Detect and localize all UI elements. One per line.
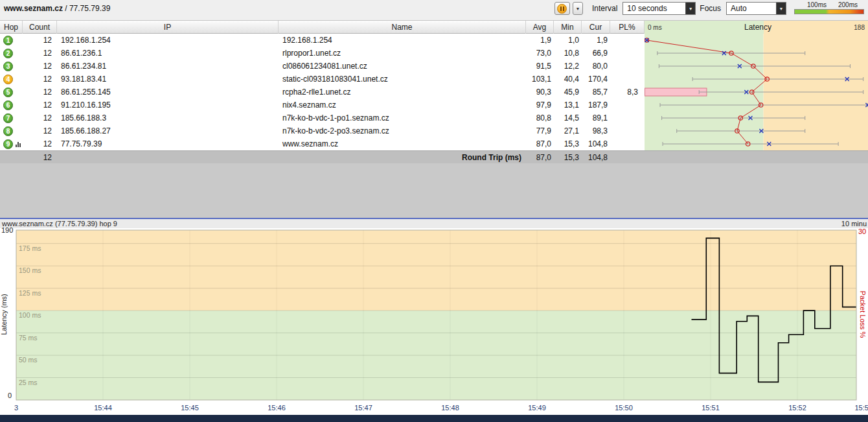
rt-ip-cell [57, 151, 279, 163]
x-tick-label: 15:50 [615, 404, 633, 412]
rt-pl-cell [610, 151, 645, 163]
hop-cell: 1 [0, 34, 23, 47]
min-cell: 40,4 [554, 73, 582, 86]
ip-cell: 86.61.236.1 [57, 47, 279, 60]
col-header-name: Name [279, 21, 526, 34]
min-cell: 27,1 [554, 124, 582, 137]
name-cell: rcpha2-rlle1.unet.cz [279, 86, 526, 99]
table-row[interactable]: 61291.210.16.195nix4.seznam.cz97,913,118… [0, 99, 868, 111]
pl-cell [610, 34, 645, 47]
chevron-down-icon: ▼ [575, 6, 580, 11]
name-cell: static-cl093181083041.unet.cz [279, 73, 526, 86]
cur-cell: 66,9 [582, 47, 610, 60]
ip-cell: 185.66.188.3 [57, 111, 279, 124]
x-tick-label: 15:47 [354, 404, 372, 412]
table-row[interactable]: 91277.75.79.39www.seznam.cz87,015,3104,8 [0, 137, 868, 150]
count-cell: 12 [23, 124, 57, 137]
table-row[interactable]: 21286.61.236.1rlpropor1.unet.cz73,010,86… [0, 47, 868, 60]
target-title: www.seznam.cz / 77.75.79.39 [4, 3, 110, 14]
x-tick-label: 15:45 [181, 404, 199, 412]
hop-badge: 7 [3, 113, 13, 123]
interval-label: Interval [592, 2, 617, 15]
rt-avg-cell: 87,0 [526, 151, 554, 163]
cur-cell: 89,1 [582, 111, 610, 124]
ip-cell: 192.168.1.254 [57, 34, 279, 47]
avg-cell: 80,8 [526, 111, 554, 124]
table-row[interactable]: 51286.61.255.145rcpha2-rlle1.unet.cz90,3… [0, 86, 868, 99]
focus-value: Auto [727, 3, 776, 14]
latency-color-legend: 100ms 200ms [794, 2, 865, 16]
count-cell: 12 [23, 60, 57, 73]
name-cell: n7k-ko-b-vdc-2-po3.seznam.cz [279, 124, 526, 137]
cur-cell: 80,0 [582, 60, 610, 73]
ip-cell: 91.210.16.195 [57, 99, 279, 111]
table-row[interactable]: 112192.168.1.254192.168.1.2541,91,01,9 [0, 34, 868, 47]
interval-value: 10 seconds [623, 3, 685, 14]
toolbar: www.seznam.cz / 77.75.79.39 ▼ Interval 1… [0, 0, 868, 21]
table-row[interactable]: 712185.66.188.3n7k-ko-b-vdc-1-po1.seznam… [0, 111, 868, 124]
min-cell: 15,3 [554, 137, 582, 150]
legend-100ms-label: 100ms [807, 1, 827, 8]
avg-cell: 1,9 [526, 34, 554, 47]
timeline-range-label: 10 minu [841, 220, 867, 228]
hop-badge: 3 [3, 62, 13, 71]
pl-cell [610, 47, 645, 60]
interval-select[interactable]: 10 seconds ▼ [622, 2, 696, 15]
y-axis-max-label: 190 [1, 226, 13, 234]
avg-cell: 97,9 [526, 99, 554, 111]
table-header: Hop Count IP Name Avg Min Cur PL% 0 ms L… [0, 21, 868, 34]
pl-cell [610, 60, 645, 73]
pause-menu-button[interactable]: ▼ [573, 2, 583, 15]
y2-axis-label: Packet Loss % [858, 256, 867, 373]
rt-label: Round Trip (ms) [279, 151, 526, 163]
hop-badge: 8 [3, 126, 13, 136]
cur-cell: 187,9 [582, 99, 610, 111]
hop-rows: 112192.168.1.254192.168.1.2541,91,01,921… [0, 34, 868, 150]
rt-count-cell: 12 [23, 151, 57, 163]
latency-timeline-chart[interactable]: 175 ms150 ms125 ms100 ms75 ms50 ms25 ms [0, 228, 868, 402]
table-row[interactable]: 41293.181.83.41static-cl093181083041.une… [0, 73, 868, 86]
table-row[interactable]: 812185.66.188.27n7k-ko-b-vdc-2-po3.sezna… [0, 124, 868, 137]
name-cell: cl086061234081.unet.cz [279, 60, 526, 73]
count-cell: 12 [23, 86, 57, 99]
rt-cur-cell: 104,8 [582, 151, 610, 163]
latency-cell [645, 111, 868, 124]
hop-cell: 5 [0, 86, 23, 99]
hop-badge: 2 [3, 49, 13, 58]
hop-cell: 6 [0, 99, 23, 111]
bottom-bar [0, 415, 868, 422]
col-header-cur: Cur [582, 21, 610, 34]
x-tick-label: 15:46 [268, 404, 286, 412]
min-cell: 12,2 [554, 60, 582, 73]
pause-button[interactable] [554, 2, 570, 15]
latency-gradient-bar [794, 9, 864, 14]
hop-cell: 7 [0, 111, 23, 124]
toolbar-controls: ▼ Interval 10 seconds ▼ Focus Auto ▼ 100… [554, 2, 865, 16]
spacer [0, 163, 868, 218]
latency-cell [645, 73, 868, 86]
latency-header-title: Latency [744, 23, 771, 32]
latency-scale-max: 188 [854, 24, 865, 31]
x-tick-label: 15:52 [788, 404, 806, 412]
min-cell: 10,8 [554, 47, 582, 60]
graph-focus-icon [15, 141, 23, 148]
latency-cell [645, 137, 868, 150]
target-host: www.seznam.cz [4, 4, 63, 13]
name-cell: 192.168.1.254 [279, 34, 526, 47]
name-cell: n7k-ko-b-vdc-1-po1.seznam.cz [279, 111, 526, 124]
timeline-plot[interactable]: 175 ms150 ms125 ms100 ms75 ms50 ms25 ms [0, 228, 868, 402]
svg-text:25 ms: 25 ms [19, 379, 38, 386]
svg-text:175 ms: 175 ms [19, 244, 41, 252]
pl-cell: 8,3 [610, 86, 645, 99]
y-axis-min-label: 0 [8, 392, 12, 399]
hop-badge: 5 [3, 88, 13, 97]
col-header-latency: 0 ms Latency 188 [645, 21, 868, 34]
col-header-pl: PL% [610, 21, 645, 34]
count-cell: 12 [23, 111, 57, 124]
col-header-min: Min [554, 21, 582, 34]
focus-select[interactable]: Auto ▼ [726, 2, 786, 15]
latency-scale-min: 0 ms [648, 24, 662, 31]
table-row[interactable]: 31286.61.234.81cl086061234081.unet.cz91,… [0, 60, 868, 73]
hop-badge: 1 [3, 36, 13, 45]
col-header-count: Count [23, 21, 57, 34]
